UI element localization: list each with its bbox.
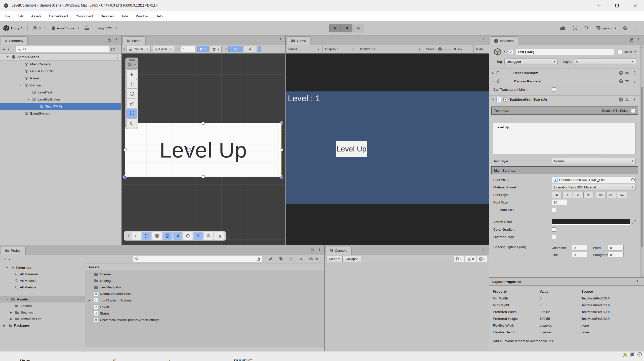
add-asset-button[interactable]: ＋▼ bbox=[3, 256, 11, 262]
kebab-menu-icon[interactable]: ⋮ bbox=[634, 279, 641, 284]
canvas-renderer-header[interactable]: ▼ Canvas Renderer ? ⋮ bbox=[489, 77, 640, 85]
menu-gameobject[interactable]: GameObject bbox=[45, 14, 72, 18]
search-by-label-icon[interactable] bbox=[276, 256, 286, 262]
skybox-toggle-button[interactable] bbox=[152, 232, 162, 240]
transform-gizmos-button[interactable] bbox=[132, 232, 141, 240]
grid-visibility-button[interactable]: ▼ bbox=[197, 46, 209, 52]
pivot-mode-dropdown[interactable]: Center▼ bbox=[127, 46, 151, 52]
favorites-filter-icon[interactable]: ★ bbox=[296, 256, 306, 262]
tree-folder[interactable]: ▶TextMesh Pro bbox=[0, 316, 85, 322]
kebab-menu-icon[interactable]: ⋮ bbox=[114, 55, 121, 59]
presets-icon[interactable] bbox=[625, 80, 629, 83]
scroll-up-icon[interactable]: ▲ bbox=[641, 46, 643, 48]
cloud-icon[interactable] bbox=[560, 26, 566, 30]
rect-handle-top[interactable] bbox=[202, 122, 205, 125]
hierarchy-row-scene[interactable]: ▼ SampleScene ⋮ bbox=[0, 54, 121, 61]
line-spacing-input[interactable]: 0 bbox=[572, 252, 587, 258]
favorite-item[interactable]: All Prefabs bbox=[0, 284, 85, 290]
search-icon[interactable] bbox=[584, 26, 589, 31]
menu-help[interactable]: Help bbox=[152, 14, 166, 18]
hierarchy-row[interactable]: Main Camera bbox=[0, 61, 121, 68]
audio-toggle-button-partial[interactable] bbox=[258, 46, 261, 52]
kebab-menu-icon[interactable]: ⋮ bbox=[316, 247, 323, 252]
packages-row[interactable]: ▶Packages bbox=[0, 322, 85, 329]
menu-edit[interactable]: Edit bbox=[14, 14, 27, 18]
tab-console[interactable]: Console bbox=[325, 246, 352, 255]
tab-project[interactable]: Project bbox=[1, 246, 26, 255]
debugger-bug-icon[interactable] bbox=[622, 352, 627, 357]
hierarchy-row-selected[interactable]: Text (TMP) bbox=[0, 103, 121, 110]
foldout-down-icon[interactable]: ▼ bbox=[492, 98, 494, 101]
kebab-menu-icon[interactable]: ⋮ bbox=[113, 37, 120, 42]
hierarchy-row[interactable]: Player bbox=[0, 75, 121, 82]
view-options-dropdown[interactable]: ▼ bbox=[126, 61, 138, 68]
move-tool[interactable] bbox=[126, 79, 137, 89]
rect-transform-header[interactable]: ▶ Rect Transform ? ⋮ bbox=[489, 69, 640, 77]
unity-vcs-menu[interactable]: Unity VCS▼ bbox=[97, 26, 117, 30]
2d-toggle-button[interactable]: 2D bbox=[228, 46, 243, 52]
favorites-header[interactable]: ▼★Favorites bbox=[0, 264, 85, 271]
scale-tool[interactable] bbox=[126, 99, 137, 108]
tag-dropdown[interactable]: Untagged▼ bbox=[504, 59, 558, 65]
menu-file[interactable]: File bbox=[1, 14, 14, 18]
hierarchy-row[interactable]: Global Light 2D bbox=[0, 68, 121, 75]
strikethrough-button[interactable]: S bbox=[583, 192, 593, 198]
asset-item[interactable]: #LevelUI bbox=[85, 303, 324, 310]
tab-inspector[interactable]: i Inspector bbox=[490, 36, 518, 45]
vertex-color-swatch[interactable] bbox=[552, 219, 630, 225]
kebab-menu-icon[interactable]: ⋮ bbox=[631, 71, 638, 75]
kebab-menu-icon[interactable]: ⋮ bbox=[634, 26, 640, 30]
visibility-count[interactable]: 29 bbox=[306, 256, 321, 262]
presets-icon[interactable] bbox=[625, 71, 629, 75]
textmeshpro-header[interactable]: ▼ T ✓ TextMeshPro - Text (UI) ? ⋮ bbox=[489, 95, 640, 104]
palette-drag-handle[interactable] bbox=[129, 59, 135, 61]
character-spacing-input[interactable]: 0 bbox=[572, 245, 587, 251]
selected-rect-canvas[interactable]: Level Up bbox=[125, 123, 281, 177]
toolbar-drag-handle[interactable]: ‖ bbox=[126, 234, 131, 238]
help-icon[interactable]: ? bbox=[619, 71, 623, 75]
resolution-dropdown[interactable]: 1920x1080▼ bbox=[357, 45, 423, 54]
tab-game[interactable]: Game bbox=[286, 36, 310, 45]
rect-handle-bottom[interactable] bbox=[202, 175, 205, 178]
smallcaps-button[interactable]: SC bbox=[617, 192, 627, 198]
open-new-window-icon[interactable] bbox=[111, 47, 115, 51]
cache-server-icon[interactable] bbox=[630, 352, 635, 357]
collapse-button[interactable]: Collapse bbox=[343, 256, 361, 262]
toolbar-drag-handle[interactable]: ‖ bbox=[122, 47, 127, 51]
snap-settings-button[interactable]: ▼ bbox=[210, 46, 222, 52]
rect-handle-left[interactable] bbox=[124, 148, 127, 151]
kebab-menu-icon[interactable]: ⋮ bbox=[631, 79, 638, 83]
layer-dropdown[interactable]: UI▼ bbox=[574, 59, 636, 65]
shaded-mode-button[interactable] bbox=[183, 232, 193, 240]
font-asset-object-field[interactable]: F LiberationSans SDF (TMP_Font bbox=[552, 177, 636, 183]
tab-hierarchy[interactable]: ≡ Hierarchy bbox=[1, 36, 28, 45]
rect-gizmos-button[interactable] bbox=[142, 232, 151, 240]
transform-tool[interactable] bbox=[126, 118, 137, 128]
rotation-mode-dropdown[interactable]: Local▼ bbox=[152, 46, 174, 52]
grid-snap-button[interactable] bbox=[193, 232, 203, 240]
kebab-menu-icon[interactable]: ⋮ bbox=[277, 37, 284, 42]
favorite-item[interactable]: All Materials bbox=[0, 271, 85, 277]
gameobject-name-field[interactable]: Text (TMP) bbox=[516, 49, 614, 55]
kebab-menu-icon[interactable]: ⋮ bbox=[480, 37, 487, 42]
scene-effects-button[interactable] bbox=[163, 232, 172, 240]
rtl-editor-checkbox[interactable] bbox=[631, 109, 635, 113]
foldout-down-icon[interactable]: ▼ bbox=[6, 56, 10, 58]
object-picker-icon[interactable] bbox=[631, 178, 635, 182]
pause-button[interactable] bbox=[341, 24, 352, 32]
clear-button[interactable]: Clear▼ bbox=[326, 256, 343, 262]
warning-messages-toggle[interactable]: ! 0 bbox=[465, 256, 476, 262]
eyedropper-icon[interactable] bbox=[632, 220, 636, 224]
chevron-down-icon[interactable]: ▼ bbox=[634, 50, 636, 53]
hierarchy-row[interactable]: LevelText bbox=[0, 89, 121, 96]
lowercase-button[interactable]: ab bbox=[596, 192, 606, 198]
scale-slider[interactable] bbox=[436, 49, 452, 49]
package-manager-icon[interactable] bbox=[84, 26, 89, 30]
rotate-tool[interactable] bbox=[126, 89, 137, 98]
minimize-button[interactable] bbox=[590, 0, 608, 11]
inspector-scrollbar[interactable]: ▲ ▼ bbox=[640, 45, 643, 277]
hierarchy-row[interactable]: ▼Canvas bbox=[0, 82, 121, 89]
asset-item[interactable]: UniversalRenderPipelineGlobalSettings bbox=[85, 317, 324, 323]
material-preset-dropdown[interactable]: LiberationSans SDF Material▼ bbox=[552, 184, 636, 190]
rotate-handle-icon[interactable] bbox=[285, 179, 285, 183]
